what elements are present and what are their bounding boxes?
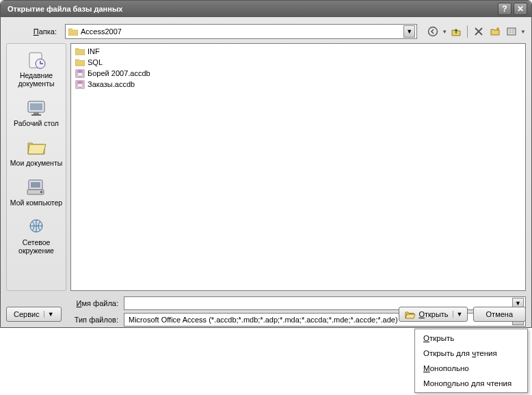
place-recent[interactable]: Недавние документы (9, 47, 64, 92)
file-item[interactable]: Заказы.accdb (74, 79, 522, 90)
place-label: Рабочий стол (9, 119, 64, 127)
svg-rect-7 (31, 114, 41, 116)
place-network[interactable]: Сетевое окружение (9, 214, 64, 259)
main-area: Недавние документыРабочий столМои докуме… (6, 43, 526, 291)
tools-label: Сервис (14, 310, 40, 318)
folder-icon (75, 47, 85, 56)
svg-rect-6 (34, 112, 39, 114)
open-file-dialog: Открытие файла базы данных ? ✕ Папка: Ac… (0, 0, 532, 328)
place-mydocs[interactable]: Мои документы (9, 134, 64, 171)
recent-icon (25, 49, 48, 70)
toolbar-separator (467, 25, 468, 38)
delete-button[interactable] (471, 24, 486, 39)
open-label: Открыть (418, 310, 448, 318)
place-label: Мои документы (9, 159, 64, 167)
nav-toolbar: ▼ ▼ (425, 24, 526, 39)
window-title: Открытие файла базы данных (8, 5, 496, 13)
open-menu-item[interactable]: Монопольно (416, 361, 526, 376)
place-label: Недавние документы (9, 71, 64, 88)
up-button[interactable] (449, 24, 464, 39)
network-icon (25, 216, 48, 237)
svg-rect-9 (31, 182, 40, 188)
file-item[interactable]: Борей 2007.accdb (74, 68, 522, 79)
svg-point-16 (77, 81, 83, 84)
svg-rect-11 (40, 191, 42, 193)
titlebar: Открытие файла базы данных ? ✕ (1, 1, 531, 17)
svg-rect-1 (507, 28, 516, 35)
location-row: Папка: Access2007 ▼ ▼ (6, 23, 526, 40)
open-button[interactable]: Открыть ▼ (399, 307, 467, 322)
place-label: Сетевое окружение (9, 238, 64, 255)
chevron-down-icon: ▼ (44, 311, 54, 318)
open-dropdown-menu: ОткрытьОткрыть для чтенияМонопольноМоноп… (414, 329, 528, 393)
folder-icon (75, 58, 85, 67)
file-name: Заказы.accdb (88, 80, 135, 88)
dialog-body: Папка: Access2007 ▼ ▼ (1, 17, 531, 327)
cancel-label: Отмена (486, 310, 513, 318)
mydocs-icon (25, 137, 48, 157)
open-folder-icon (405, 310, 416, 319)
desktop-icon (25, 97, 48, 118)
mycomp-icon (25, 177, 48, 197)
svg-rect-5 (30, 103, 42, 110)
database-file-icon (75, 68, 85, 78)
file-name: SQL (88, 58, 103, 66)
open-menu-item[interactable]: Монопольно для чтения (416, 376, 526, 391)
database-file-icon (75, 79, 85, 89)
folder-name: Access2007 (81, 27, 122, 36)
help-button[interactable]: ? (498, 3, 511, 15)
folder-dropdown-icon[interactable]: ▼ (403, 25, 415, 38)
file-item[interactable]: INF (74, 46, 522, 57)
place-label: Мой компьютер (9, 199, 64, 207)
folder-label: Папка: (6, 27, 61, 36)
views-button[interactable] (504, 24, 519, 39)
place-mycomp[interactable]: Мой компьютер (9, 174, 64, 211)
cancel-button[interactable]: Отмена (473, 307, 526, 322)
svg-point-0 (429, 27, 438, 36)
file-item[interactable]: SQL (74, 57, 522, 68)
place-desktop[interactable]: Рабочий стол (9, 94, 64, 131)
folder-icon (68, 27, 78, 36)
svg-point-14 (77, 71, 83, 73)
folder-combo[interactable]: Access2007 ▼ (65, 24, 417, 39)
back-button[interactable] (425, 24, 440, 39)
chevron-down-icon: ▼ (453, 311, 463, 318)
close-button[interactable]: ✕ (514, 3, 527, 15)
tools-button[interactable]: Сервис ▼ (6, 307, 62, 322)
open-menu-item[interactable]: Открыть (416, 331, 526, 346)
footer: Сервис ▼ Открыть ▼ Отмена (6, 307, 526, 322)
views-dropdown-icon[interactable]: ▼ (520, 29, 526, 35)
file-name: INF (88, 47, 100, 55)
new-folder-button[interactable] (488, 24, 503, 39)
back-dropdown-icon[interactable]: ▼ (442, 29, 447, 35)
places-bar: Недавние документыРабочий столМои докуме… (6, 43, 66, 291)
open-menu-item[interactable]: Открыть для чтения (416, 346, 526, 361)
file-name: Борей 2007.accdb (88, 69, 150, 77)
file-list[interactable]: INFSQLБорей 2007.accdbЗаказы.accdb (70, 43, 526, 291)
